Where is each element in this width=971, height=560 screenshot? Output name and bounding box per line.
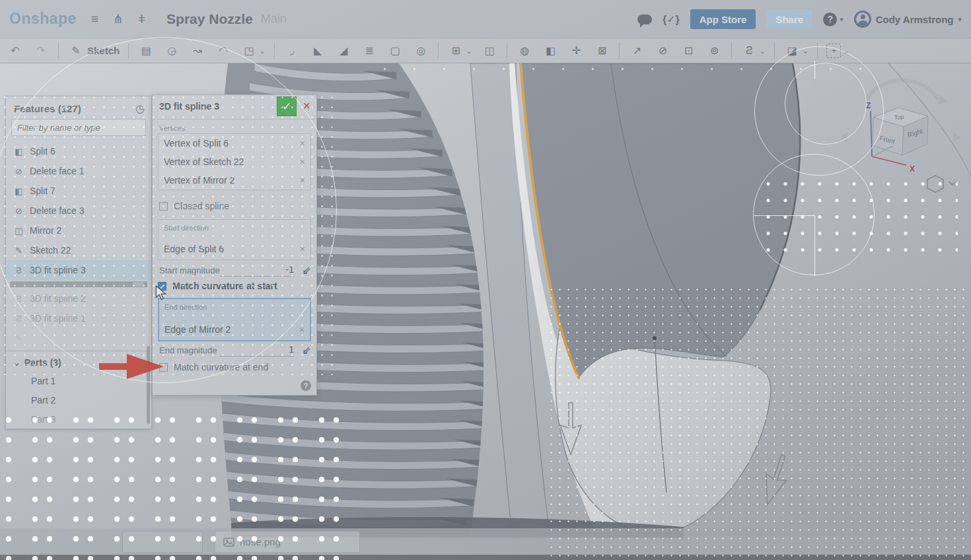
versions-icon[interactable]: ⋔ <box>113 11 124 26</box>
feature-item-delete-face-3[interactable]: ⊘ Delete face 3 <box>6 201 151 221</box>
loft-icon[interactable]: ◠ <box>215 42 232 59</box>
linear-pattern-icon[interactable]: ⊞ <box>447 42 464 59</box>
chevron-down-icon: ⌄ <box>13 357 20 368</box>
vertex-item[interactable]: Vertex of Sketch 22 × <box>159 153 310 171</box>
match-curvature-end-checkbox[interactable] <box>159 363 168 372</box>
remove-vertex-icon[interactable]: × <box>300 175 305 186</box>
project-curve-chevron-icon[interactable]: ⌄ <box>802 46 809 55</box>
toolbar-divider <box>817 43 818 59</box>
draft-icon[interactable]: ◢ <box>335 42 352 59</box>
help-caret-icon[interactable]: ▾ <box>840 15 844 24</box>
help-icon[interactable]: ? <box>823 13 837 26</box>
feature-item-3d-fit-spline-1[interactable]: Ƨ 3D fit spline 1 <box>6 308 151 328</box>
extrude-icon[interactable]: ▤ <box>137 42 155 59</box>
closed-spline-checkbox[interactable] <box>159 202 168 211</box>
remove-vertex-icon[interactable]: × <box>300 157 305 167</box>
feature-item-delete-face-1[interactable]: ⊘ Delete face 1 <box>6 161 151 181</box>
fit-spline-icon[interactable]: Ƨ <box>740 42 758 59</box>
mirror-icon[interactable]: ◫ <box>481 42 498 59</box>
share-button[interactable]: Share <box>766 9 812 29</box>
tab-hose-image[interactable]: hose.png <box>215 531 360 553</box>
feature-toolbar: ↶ ↷ ✎ Sketch ▤◶↝◠◳⌄◞◣◢≣▢◎⊞⌄◫◍◧✛⊠↗⊘⊡⊚Ƨ⌄◪⌄… <box>0 38 971 63</box>
toolbar-divider <box>507 43 507 59</box>
linear-pattern-chevron-icon[interactable]: ⌄ <box>466 46 472 55</box>
vertex-item[interactable]: Vertex of Split 6 × <box>159 134 310 153</box>
user-name[interactable]: Cody Armstrong <box>876 14 954 25</box>
start-magnitude-input[interactable]: -1 <box>220 264 294 277</box>
z-axis-label: Z <box>866 101 871 110</box>
feature-item-3d-fit-spline-3[interactable]: Ƨ 3D fit spline 3 <box>6 260 151 280</box>
fillet-icon[interactable]: ◞ <box>283 42 301 59</box>
comments-icon[interactable] <box>637 15 652 24</box>
fit-spline-icon: Ƨ <box>14 314 24 324</box>
part-item-1[interactable]: Part 1 <box>6 371 151 390</box>
toolbar-divider <box>274 43 275 59</box>
feature-item-hidden[interactable]: ✎ <box>6 328 151 348</box>
thicken-chevron-icon[interactable]: ⌄ <box>259 46 266 55</box>
split-icon: ◧ <box>14 186 24 196</box>
closed-spline-label: Closed spline <box>174 201 229 211</box>
flip-direction-icon[interactable]: ⇙ <box>303 344 311 357</box>
end-direction-value[interactable]: Edge of Mirror 2 <box>164 324 231 335</box>
document-title[interactable]: Spray Nozzle <box>166 11 253 27</box>
delete-face-icon[interactable]: ⊘ <box>654 42 671 59</box>
sketch-button[interactable]: Sketch <box>87 45 120 56</box>
x-axis-label: X <box>910 164 915 174</box>
features-scrollbar[interactable] <box>147 346 150 424</box>
rollback-bar[interactable] <box>10 281 147 287</box>
select-tool-chevron-icon[interactable]: ⌄ <box>842 46 849 55</box>
project-curve-icon[interactable]: ◪ <box>783 42 801 59</box>
start-direction-value[interactable]: Edge of Split 6 <box>164 244 224 254</box>
flip-direction-icon[interactable]: ⇙ <box>303 264 311 277</box>
part-item-3[interactable]: Part 3 <box>6 409 151 429</box>
split-icon: ◧ <box>14 147 24 157</box>
move-face-icon[interactable]: ↗ <box>628 42 645 59</box>
toolbar-divider <box>438 43 439 59</box>
thicken-icon[interactable]: ◳ <box>240 42 258 59</box>
remove-end-direction-icon[interactable]: × <box>299 324 305 335</box>
tab-part-studio[interactable] <box>122 531 203 553</box>
workspace-name[interactable]: Main <box>261 12 287 26</box>
transform-icon[interactable]: ✛ <box>567 42 585 59</box>
select-tool-icon[interactable]: + <box>826 44 841 58</box>
app-store-button[interactable]: App Store <box>690 9 756 29</box>
hamburger-menu-icon[interactable]: ≡ <box>91 12 98 26</box>
revolve-icon[interactable]: ◶ <box>163 42 180 59</box>
boolean-icon[interactable]: ◍ <box>516 42 533 59</box>
redo-icon[interactable]: ↷ <box>32 42 50 59</box>
chamfer-icon[interactable]: ◣ <box>309 42 326 59</box>
insert-icon[interactable]: ǂ <box>138 12 145 26</box>
delete-part-icon[interactable]: ⊠ <box>593 42 610 59</box>
user-avatar[interactable] <box>854 11 871 28</box>
part-item-2[interactable]: Part 2 <box>6 390 151 409</box>
split-icon[interactable]: ◧ <box>542 42 559 59</box>
feature-script-icon[interactable]: {✓} <box>663 13 680 26</box>
onshape-logo[interactable]: Onshape <box>9 10 77 28</box>
replace-face-icon[interactable]: ⊡ <box>680 42 697 59</box>
sketch-icon[interactable]: ✎ <box>67 42 85 59</box>
offset-surface-icon[interactable]: ⊚ <box>705 42 723 59</box>
hole-icon[interactable]: ◎ <box>412 42 429 59</box>
feature-item-sketch-22[interactable]: ✎ Sketch 22 <box>6 240 151 260</box>
feature-item-split-7[interactable]: ◧ Split 7 <box>6 181 151 201</box>
undo-icon[interactable]: ↶ <box>7 42 24 59</box>
fit-spline-chevron-icon[interactable]: ⌄ <box>759 46 766 55</box>
confirm-button[interactable]: ✓ <box>277 96 297 116</box>
dialog-help-icon[interactable]: ? <box>301 380 311 391</box>
feature-label: 3D fit spline 1 <box>30 313 86 324</box>
feature-item-split-6[interactable]: ◧ Split 6 <box>6 141 151 161</box>
end-magnitude-input[interactable]: 1 <box>220 344 294 357</box>
user-menu-caret-icon[interactable]: ▾ <box>958 15 962 24</box>
feature-item-mirror-2[interactable]: ◫ Mirror 2 <box>6 221 151 240</box>
shell-icon[interactable]: ▢ <box>386 42 404 59</box>
feature-item-3d-fit-spline-2[interactable]: Ƨ 3D fit spline 2 <box>6 289 151 308</box>
rib-icon[interactable]: ≣ <box>361 42 378 59</box>
parts-section-header[interactable]: ⌄ Parts (3) <box>6 354 151 371</box>
remove-vertex-icon[interactable]: × <box>300 138 305 149</box>
regeneration-timer-icon[interactable]: ◷ <box>135 102 145 115</box>
remove-start-direction-icon[interactable]: × <box>300 244 305 254</box>
sweep-icon[interactable]: ↝ <box>189 42 206 59</box>
features-filter-input[interactable] <box>11 119 146 136</box>
vertex-item[interactable]: Vertex of Mirror 2 × <box>159 171 310 190</box>
cancel-button[interactable]: ✕ <box>303 100 311 112</box>
